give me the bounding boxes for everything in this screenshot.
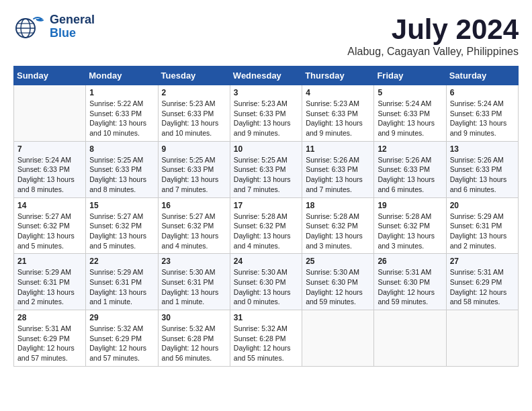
day-info-line: Daylight: 13 hours xyxy=(162,288,219,296)
day-info-line: Daylight: 13 hours xyxy=(306,175,363,183)
day-info-line: Sunset: 6:30 PM xyxy=(306,278,358,286)
calendar-cell: 5Sunrise: 5:24 AMSunset: 6:33 PMDaylight… xyxy=(374,85,446,142)
day-number: 24 xyxy=(234,257,298,266)
day-info-line: Sunset: 6:33 PM xyxy=(306,165,358,173)
day-info-line: Daylight: 13 hours xyxy=(17,175,75,183)
day-info-line: Daylight: 13 hours xyxy=(234,119,291,127)
day-info-line: Sunrise: 5:32 AM xyxy=(162,324,216,332)
day-info-line: and 6 minutes. xyxy=(378,185,424,193)
day-info: Sunrise: 5:32 AMSunset: 6:29 PMDaylight:… xyxy=(89,324,154,363)
day-number: 14 xyxy=(17,201,82,210)
day-info-line: Daylight: 13 hours xyxy=(378,232,435,240)
day-info-line: Daylight: 13 hours xyxy=(89,175,146,183)
day-info: Sunrise: 5:25 AMSunset: 6:33 PMDaylight:… xyxy=(89,155,154,195)
day-info-line: Daylight: 13 hours xyxy=(89,232,146,240)
calendar-cell xyxy=(302,310,374,367)
day-info: Sunrise: 5:30 AMSunset: 6:30 PMDaylight:… xyxy=(234,267,298,307)
logo: General Blue xyxy=(13,13,95,40)
day-number: 7 xyxy=(17,144,82,154)
day-info-line: Sunset: 6:32 PM xyxy=(306,222,358,230)
day-info-line: Sunset: 6:30 PM xyxy=(234,278,286,286)
day-info-line: and 8 minutes. xyxy=(17,185,64,193)
calendar-cell: 17Sunrise: 5:28 AMSunset: 6:32 PMDayligh… xyxy=(230,197,302,254)
calendar-cell: 28Sunrise: 5:31 AMSunset: 6:29 PMDayligh… xyxy=(14,310,86,367)
day-number: 20 xyxy=(450,201,515,210)
day-number: 28 xyxy=(17,313,82,322)
day-info-line: Sunrise: 5:32 AM xyxy=(89,324,143,332)
day-info-line: and 7 minutes. xyxy=(162,185,208,193)
calendar-cell: 3Sunrise: 5:23 AMSunset: 6:33 PMDaylight… xyxy=(230,85,302,142)
calendar-cell xyxy=(446,310,518,367)
day-info-line: Sunrise: 5:32 AM xyxy=(234,324,287,332)
day-info-line: Sunset: 6:33 PM xyxy=(378,109,430,118)
weekday-header-saturday: Saturday xyxy=(446,66,518,85)
day-info: Sunrise: 5:29 AMSunset: 6:31 PMDaylight:… xyxy=(450,212,515,251)
calendar-cell: 4Sunrise: 5:23 AMSunset: 6:33 PMDaylight… xyxy=(302,85,374,142)
day-info-line: and 5 minutes. xyxy=(89,242,136,250)
day-info: Sunrise: 5:23 AMSunset: 6:33 PMDaylight:… xyxy=(234,99,298,138)
weekday-header-sunday: Sunday xyxy=(14,66,86,85)
day-info: Sunrise: 5:28 AMSunset: 6:32 PMDaylight:… xyxy=(306,212,370,251)
day-info-line: Sunrise: 5:28 AM xyxy=(378,212,431,220)
day-info-line: and 55 minutes. xyxy=(234,354,284,362)
calendar-cell xyxy=(14,85,86,142)
day-info: Sunrise: 5:24 AMSunset: 6:33 PMDaylight:… xyxy=(378,99,442,138)
day-info-line: and 3 minutes. xyxy=(306,242,352,250)
logo-general: General xyxy=(50,13,95,27)
day-info-line: Sunrise: 5:27 AM xyxy=(162,212,216,220)
day-info-line: Sunrise: 5:25 AM xyxy=(162,156,216,164)
day-number: 3 xyxy=(234,88,298,97)
day-info-line: Daylight: 13 hours xyxy=(162,175,219,183)
day-info-line: and 4 minutes. xyxy=(234,242,280,250)
day-number: 17 xyxy=(234,201,298,210)
day-info-line: and 2 minutes. xyxy=(17,298,64,306)
day-info: Sunrise: 5:32 AMSunset: 6:28 PMDaylight:… xyxy=(234,324,298,363)
day-info: Sunrise: 5:29 AMSunset: 6:31 PMDaylight:… xyxy=(89,267,154,307)
day-info-line: Sunset: 6:28 PM xyxy=(234,334,286,342)
day-info-line: Sunset: 6:33 PM xyxy=(378,165,430,173)
day-info-line: Daylight: 13 hours xyxy=(17,288,75,296)
calendar-cell: 22Sunrise: 5:29 AMSunset: 6:31 PMDayligh… xyxy=(86,254,158,310)
day-info-line: and 58 minutes. xyxy=(450,298,500,306)
day-info-line: and 10 minutes. xyxy=(162,129,212,137)
calendar-cell: 24Sunrise: 5:30 AMSunset: 6:30 PMDayligh… xyxy=(230,254,302,310)
day-info-line: Daylight: 13 hours xyxy=(450,175,507,183)
calendar-cell: 29Sunrise: 5:32 AMSunset: 6:29 PMDayligh… xyxy=(86,310,158,367)
day-info-line: Daylight: 12 hours xyxy=(162,344,219,352)
day-info: Sunrise: 5:30 AMSunset: 6:31 PMDaylight:… xyxy=(162,267,226,307)
day-info: Sunrise: 5:23 AMSunset: 6:33 PMDaylight:… xyxy=(162,99,226,138)
day-number: 31 xyxy=(234,313,298,322)
day-info-line: Sunrise: 5:31 AM xyxy=(378,268,431,276)
day-info: Sunrise: 5:28 AMSunset: 6:32 PMDaylight:… xyxy=(378,212,442,251)
day-info: Sunrise: 5:26 AMSunset: 6:33 PMDaylight:… xyxy=(378,155,442,195)
day-info-line: and 7 minutes. xyxy=(234,185,280,193)
day-info: Sunrise: 5:32 AMSunset: 6:28 PMDaylight:… xyxy=(162,324,226,363)
day-number: 6 xyxy=(450,88,515,97)
day-info: Sunrise: 5:27 AMSunset: 6:32 PMDaylight:… xyxy=(17,212,82,251)
day-info-line: and 57 minutes. xyxy=(17,354,68,362)
day-info-line: Sunset: 6:33 PM xyxy=(162,165,214,173)
day-info-line: Sunrise: 5:26 AM xyxy=(306,156,359,164)
day-info: Sunrise: 5:23 AMSunset: 6:33 PMDaylight:… xyxy=(306,99,370,138)
day-info-line: and 9 minutes. xyxy=(450,129,496,137)
day-info-line: Sunrise: 5:26 AM xyxy=(450,156,504,164)
day-info-line: and 4 minutes. xyxy=(162,242,208,250)
day-number: 10 xyxy=(234,144,298,154)
day-info-line: Daylight: 13 hours xyxy=(89,119,146,127)
calendar-cell: 12Sunrise: 5:26 AMSunset: 6:33 PMDayligh… xyxy=(374,141,446,197)
calendar-cell: 23Sunrise: 5:30 AMSunset: 6:31 PMDayligh… xyxy=(158,254,230,310)
day-info-line: Daylight: 12 hours xyxy=(450,288,507,296)
calendar-cell: 15Sunrise: 5:27 AMSunset: 6:32 PMDayligh… xyxy=(86,197,158,254)
day-number: 21 xyxy=(17,257,82,266)
day-number: 5 xyxy=(378,88,442,97)
day-info-line: Sunrise: 5:25 AM xyxy=(234,156,287,164)
day-info-line: Sunset: 6:31 PM xyxy=(17,278,70,286)
day-info-line: Sunrise: 5:31 AM xyxy=(17,324,71,332)
day-info-line: Sunrise: 5:27 AM xyxy=(17,212,71,220)
day-info-line: Sunrise: 5:25 AM xyxy=(89,156,143,164)
calendar-cell: 30Sunrise: 5:32 AMSunset: 6:28 PMDayligh… xyxy=(158,310,230,367)
day-info-line: Sunrise: 5:30 AM xyxy=(234,268,287,276)
day-info-line: and 1 minute. xyxy=(162,298,205,306)
day-info: Sunrise: 5:29 AMSunset: 6:31 PMDaylight:… xyxy=(17,267,82,307)
day-info: Sunrise: 5:26 AMSunset: 6:33 PMDaylight:… xyxy=(306,155,370,195)
